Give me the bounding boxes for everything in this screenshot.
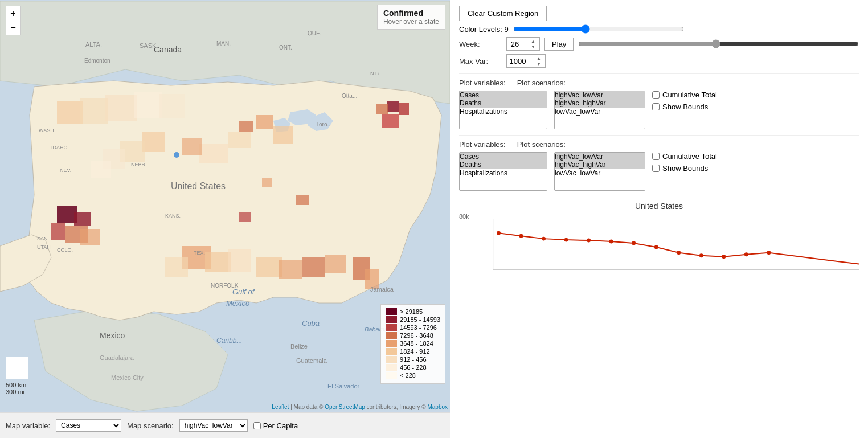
plot-variables-listbox-top[interactable]: CasesDeathsHospitalizations (459, 91, 547, 129)
maxvar-number-input[interactable] (509, 57, 535, 66)
svg-rect-29 (134, 92, 162, 118)
cumulative-text-top: Cumulative Total (662, 91, 717, 99)
plot-scenarios-label-top: Plot scenarios: (517, 79, 566, 87)
svg-rect-30 (159, 94, 185, 118)
week-down-button[interactable]: ▼ (529, 44, 537, 50)
svg-text:Guatemala: Guatemala (296, 357, 327, 364)
map-variable-select[interactable]: CasesDeathsHospitalizations (56, 419, 121, 432)
svg-rect-32 (256, 257, 282, 277)
svg-text:ONT.: ONT. (279, 44, 292, 51)
maxvar-spinners: ▲ ▼ (535, 55, 543, 67)
color-levels-label: Color Levels: 9 (459, 25, 509, 34)
plot-variables-label-top: Plot variables: (459, 79, 506, 87)
legend-item-label: 912 - 456 (400, 356, 426, 363)
scale-mi: 300 mi (6, 388, 28, 395)
svg-text:Cuba: Cuba (302, 319, 320, 328)
per-capita-label[interactable]: Per Capita (253, 421, 298, 430)
map-scenario-select[interactable]: highVac_lowVarhighVac_highVarlowVac_lowV… (179, 419, 248, 432)
week-up-button[interactable]: ▲ (529, 38, 537, 44)
svg-text:KANS.: KANS. (165, 213, 181, 219)
svg-text:El Salvador: El Salvador (327, 383, 360, 390)
scale-bar: 500 km 300 mi (6, 357, 28, 395)
legend-color-swatch (386, 316, 397, 323)
show-bounds-label-top[interactable]: Show Bounds (652, 103, 717, 111)
chart-title: United States (459, 202, 859, 211)
svg-rect-35 (325, 255, 346, 273)
show-bounds-text-bottom: Show Bounds (662, 164, 708, 173)
plot-scenarios-listbox-top[interactable]: highVac_lowVarhighVac_highVarlowVac_lowV… (554, 91, 645, 129)
maxvar-up-button[interactable]: ▲ (535, 55, 543, 61)
zoom-in-button[interactable]: + (6, 6, 21, 21)
map-container: Canada ALTA. SASK. MAN. QUE. N.B. ONT. E… (0, 0, 450, 412)
svg-text:QUE.: QUE. (308, 30, 321, 36)
svg-text:ALTA.: ALTA. (85, 41, 102, 48)
week-spinners: ▲ ▼ (529, 38, 537, 50)
legend-color-swatch (386, 340, 397, 347)
clear-region-button[interactable]: Clear Custom Region (459, 6, 547, 21)
svg-rect-19 (228, 249, 251, 272)
plot-section-bottom-header: Plot variables: Plot scenarios: (459, 140, 859, 149)
svg-rect-28 (105, 95, 137, 121)
mapbox-link[interactable]: Mapbox (427, 404, 448, 410)
svg-rect-18 (165, 257, 188, 277)
scale-box-icon (6, 357, 28, 379)
svg-point-31 (174, 152, 179, 158)
svg-rect-7 (273, 126, 293, 144)
maxvar-row: Max Var: ▲ ▼ (459, 54, 859, 68)
cumulative-checkbox-top[interactable] (652, 91, 660, 99)
legend-color-swatch (386, 356, 397, 363)
cumulative-checkbox-bottom[interactable] (652, 153, 660, 160)
svg-rect-37 (296, 195, 309, 205)
play-button[interactable]: Play (544, 38, 574, 51)
legend-color-swatch (386, 348, 397, 355)
svg-text:Otta...: Otta... (342, 93, 357, 99)
legend-item-label: 1824 - 912 (400, 348, 430, 355)
show-bounds-text-top: Show Bounds (662, 103, 708, 111)
svg-point-82 (677, 251, 681, 255)
legend-color-swatch (386, 332, 397, 339)
cumulative-label-top[interactable]: Cumulative Total (652, 91, 717, 99)
plot-scenarios-listbox-bottom[interactable]: highVac_lowVarhighVac_highVarlowVac_lowV… (554, 152, 645, 191)
zoom-controls[interactable]: + − (6, 6, 21, 35)
leaflet-link[interactable]: Leaflet (272, 404, 289, 410)
control-panel: Clear Custom Region Color Levels: 9 Week… (450, 0, 868, 438)
svg-rect-1 (387, 101, 399, 112)
svg-rect-13 (51, 223, 65, 240)
week-row: Week: ▲ ▼ Play (459, 37, 859, 51)
show-bounds-checkbox-top[interactable] (652, 103, 660, 110)
plot-bottom-checkboxes: Cumulative Total Show Bounds (652, 152, 717, 173)
legend-item: 912 - 456 (386, 356, 440, 363)
plot-section-bottom: Plot variables: Plot scenarios: CasesDea… (459, 135, 859, 191)
map-tooltip: Confirmed Hover over a state (377, 5, 445, 30)
per-capita-checkbox[interactable] (253, 422, 261, 429)
per-capita-text: Per Capita (263, 421, 298, 430)
plot-variables-listbox-bottom[interactable]: CasesDeathsHospitalizations (459, 152, 547, 191)
legend-color-swatch (386, 372, 397, 379)
svg-text:NEV.: NEV. (60, 167, 71, 173)
show-bounds-label-bottom[interactable]: Show Bounds (652, 164, 717, 173)
svg-point-81 (654, 245, 658, 249)
week-number-input[interactable] (509, 40, 529, 48)
legend-color-swatch (386, 364, 397, 371)
show-bounds-checkbox-bottom[interactable] (652, 165, 660, 172)
legend-item-label: 456 - 228 (400, 364, 426, 371)
plot-scenarios-label-bottom: Plot scenarios: (517, 140, 566, 149)
osm-link[interactable]: OpenStreetMap (325, 404, 365, 410)
svg-point-83 (699, 253, 703, 257)
svg-point-86 (767, 251, 771, 255)
chart-y-label: 80k (459, 213, 469, 220)
svg-rect-25 (91, 161, 111, 178)
tooltip-subtitle: Hover over a state (383, 18, 439, 26)
top-controls: Clear Custom Region Color Levels: 9 Week… (459, 6, 859, 68)
color-levels-slider[interactable] (513, 24, 684, 34)
chart-section: United States 80k (459, 197, 859, 276)
svg-text:Edmonton: Edmonton (84, 58, 110, 64)
svg-rect-12 (74, 212, 91, 226)
svg-point-84 (722, 255, 726, 259)
svg-text:N.B.: N.B. (370, 71, 380, 76)
maxvar-down-button[interactable]: ▼ (535, 61, 543, 67)
week-slider[interactable] (578, 39, 859, 48)
cumulative-label-bottom[interactable]: Cumulative Total (652, 152, 717, 161)
zoom-out-button[interactable]: − (6, 21, 21, 35)
legend-item-label: < 228 (400, 372, 416, 379)
